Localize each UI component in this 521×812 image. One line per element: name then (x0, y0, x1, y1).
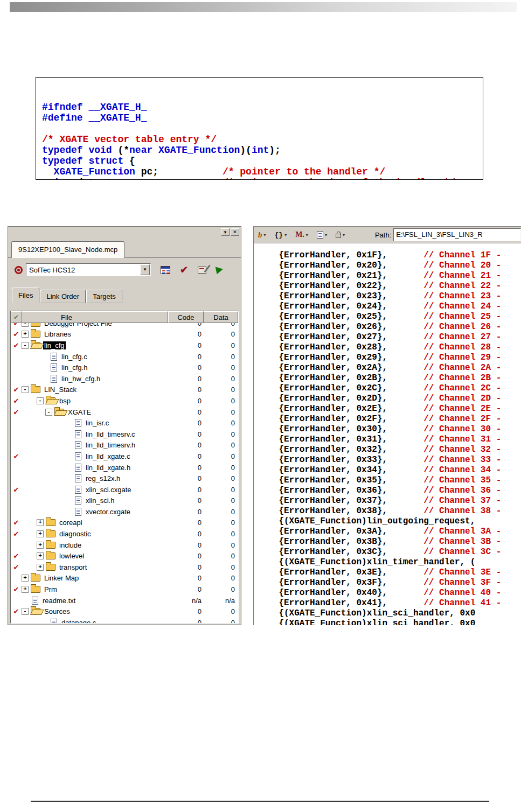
functions-popup[interactable]: {} ▾ (275, 231, 287, 239)
tree-row[interactable]: ✔+Prm00 (11, 584, 238, 595)
data-column-header[interactable]: Data (204, 311, 238, 323)
collapse-box-icon[interactable]: - (22, 386, 29, 393)
tree-row[interactable]: lin_isr.c00 (11, 417, 238, 429)
tree-row[interactable]: +include00 (11, 540, 238, 551)
collapse-box-icon[interactable]: - (37, 397, 44, 404)
expand-box-icon[interactable]: + (22, 331, 29, 338)
project-file-tab[interactable]: 9S12XEP100_Slave_Node.mcp (11, 241, 124, 258)
editor-code-line: {ErrorHandler, 0x32}, // Channel 32 - (258, 445, 521, 455)
tree-row[interactable]: lin_cfg.h00 (11, 362, 238, 373)
target-dropdown[interactable]: SofTec HCS12 ▾ (26, 263, 151, 276)
window-close-button[interactable]: ✕ (231, 228, 239, 236)
code-comment: // Channel 23 - (423, 291, 501, 301)
editor-code[interactable]: {ErrorHandler, 0x1F}, // Channel 1F - {E… (254, 243, 521, 625)
collapse-box-icon[interactable]: - (22, 342, 29, 349)
tree-row[interactable]: xvector.cxgate00 (11, 506, 238, 517)
tree-row[interactable]: ✔-XGATE00 (11, 407, 238, 418)
tree-row[interactable]: ✔+lowlevel00 (11, 550, 238, 562)
tree-row[interactable]: lin_lld_xgate.h00 (11, 462, 238, 473)
code-value: 0 (170, 341, 205, 349)
tree-row[interactable]: +Linker Map00 (11, 573, 238, 584)
tree-indent (22, 489, 73, 490)
collapse-box-icon[interactable]: - (22, 608, 29, 615)
data-value: 0 (205, 474, 238, 482)
tree-row[interactable]: ✔-bsp00 (11, 395, 238, 407)
expand-box-icon[interactable]: + (37, 519, 44, 526)
code-value: 0 (170, 397, 205, 405)
debug-run-icon[interactable] (216, 265, 224, 274)
expand-box-icon[interactable]: + (22, 575, 29, 582)
file-icon (75, 452, 81, 460)
tree-row[interactable]: ✔+Debugger Project File00 (11, 323, 238, 329)
file-column-header[interactable]: File (22, 311, 168, 323)
tab-targets[interactable]: Targets (86, 290, 122, 303)
markers-popup[interactable]: M. ▾ (295, 230, 308, 239)
touch-check-icon: ✔ (11, 341, 22, 349)
tree-row[interactable]: ✔-LIN_Stack00 (11, 384, 238, 396)
code-snippet-line: #define __XGATE_H_ (42, 113, 483, 123)
make-icon[interactable]: ✔ (180, 265, 188, 275)
tree-item-label: lin_hw_cfg.h (60, 375, 101, 383)
data-value: 0 (205, 323, 238, 327)
code-comment: // Channel 21 - (423, 271, 501, 281)
tab-link-order[interactable]: Link Order (40, 290, 86, 303)
code-snippet-line: XGATE_Function pc; /* pointer to the han… (42, 166, 483, 177)
code-value: 0 (170, 607, 205, 615)
tree-indent (22, 522, 37, 523)
tree-row[interactable]: reg_s12x.h00 (11, 473, 238, 484)
chevron-down-icon: ▾ (306, 233, 308, 237)
touch-check-icon: ✔ (11, 323, 22, 327)
code-value: 0 (170, 563, 205, 571)
file-lock-popup[interactable]: ▾ (336, 232, 345, 238)
expand-box-icon[interactable]: + (37, 564, 44, 571)
chevron-down-icon: ▾ (284, 233, 287, 237)
tree-row[interactable]: ✔lin_lld_xgate.c00 (11, 451, 238, 462)
tree-row[interactable]: ✔xlin_sci.cxgate00 (11, 484, 238, 495)
project-view-tabs: Files Link Order Targets (9, 287, 240, 303)
code-value: 0 (170, 585, 205, 593)
tree-row[interactable]: lin_lld_timesrv.c00 (11, 429, 238, 440)
code-snippet-line: /* XGATE vector table entry */ (42, 134, 483, 145)
dropdown-arrow-icon[interactable]: ▾ (140, 264, 150, 275)
expand-box-icon[interactable]: + (37, 530, 44, 537)
tab-files[interactable]: Files (12, 288, 39, 303)
data-value: 0 (205, 486, 238, 494)
tree-indent (22, 512, 73, 512)
touch-column-header[interactable]: ✔ (11, 311, 22, 323)
tree-row[interactable]: lin_hw_cfg.h00 (11, 373, 238, 384)
expand-box-icon[interactable]: + (22, 586, 29, 593)
project-inspector-icon[interactable] (161, 266, 170, 274)
editor-code-line: {ErrorHandler, 0x3F}, // Channel 3F - (258, 578, 521, 588)
code-column-header[interactable]: Code (168, 311, 204, 323)
window-menu-button[interactable]: ▾ (221, 228, 230, 236)
tree-indent (22, 500, 73, 501)
data-value: 0 (205, 574, 238, 582)
expand-box-icon[interactable]: + (37, 552, 44, 559)
tree-row[interactable]: ✔+diagnostic00 (11, 528, 238, 540)
interfaces-popup[interactable]: b ▾ (258, 230, 266, 240)
tree-row[interactable]: xlin_sci.h00 (11, 495, 238, 507)
path-field[interactable]: E:\FSL_LIN_3\FSL_LIN3_R (393, 228, 521, 241)
editor-code-line: {(XGATE_Function)lin_outgoing_request, (258, 516, 521, 527)
tree-row[interactable]: ✔-lin_cfg00 (11, 340, 238, 351)
tree-row[interactable]: lin_lld_timesrv.h00 (11, 440, 238, 451)
tree-row[interactable]: datapage.c00 (11, 617, 238, 623)
tree-row[interactable]: readme.txtn/an/a (11, 595, 238, 606)
code-value: 0 (170, 464, 205, 472)
expand-box-icon[interactable]: + (37, 542, 44, 549)
code-comment: // Channel 27 - (423, 332, 501, 342)
code-value: 0 (170, 474, 205, 482)
documents-popup[interactable]: ▾ (317, 231, 327, 239)
tree-row[interactable]: ✔+transport00 (11, 562, 238, 573)
tree-indent (22, 545, 37, 545)
collapse-box-icon[interactable]: - (45, 409, 52, 416)
touch-check-icon: ✔ (11, 452, 22, 460)
expand-box-icon[interactable]: + (22, 323, 29, 327)
tree-row[interactable]: lin_cfg.c00 (11, 351, 238, 362)
tree-row[interactable]: ✔+Libraries00 (11, 329, 238, 340)
tree-item-label: lowlevel (58, 552, 85, 560)
tree-row[interactable]: ✔-Sources00 (11, 606, 238, 617)
file-icon (75, 464, 81, 472)
build-icon[interactable] (198, 267, 206, 274)
tree-row[interactable]: ✔+coreapi00 (11, 517, 238, 529)
